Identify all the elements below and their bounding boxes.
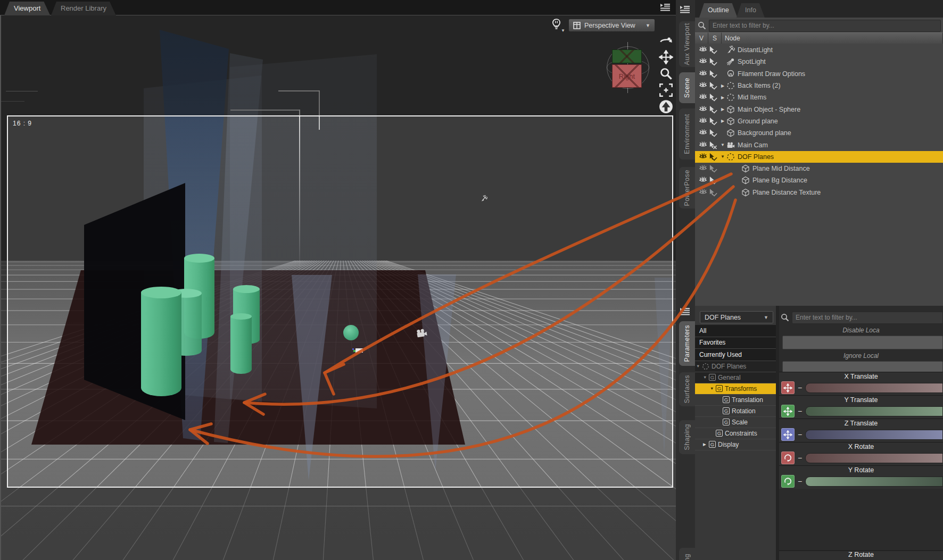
tab-info[interactable]: Info (737, 3, 765, 18)
plane-mid-distance-3d[interactable] (1, 15, 676, 560)
side-tab-powerpose[interactable]: PowerPose (679, 167, 695, 208)
param-filter-favorites[interactable]: Favorites (695, 337, 776, 349)
distant-light-gizmo-icon[interactable] (481, 195, 487, 202)
side-tab-environment[interactable]: Environment (679, 108, 695, 160)
slider-track[interactable] (805, 406, 943, 416)
selectable-cursor-icon[interactable] (708, 176, 717, 185)
slider-decrement-button[interactable]: − (797, 454, 803, 462)
plane-distance-texture-3d[interactable] (1, 15, 676, 560)
outline-row-mid-items[interactable]: ▶Mid Items (695, 91, 943, 103)
expander-right-icon[interactable]: ▶ (703, 442, 709, 447)
outline-filter-input[interactable]: Enter text to filter by... (709, 20, 941, 32)
param-group-rotation[interactable]: GRotation (695, 406, 776, 417)
aux-pane-menu-icon[interactable] (680, 5, 690, 14)
side-tab-aux-viewport[interactable]: Aux Viewport (679, 21, 695, 67)
outline-row-distantlight[interactable]: DistantLight (695, 44, 943, 56)
param-group-translation[interactable]: GTranslation (695, 395, 776, 406)
selectable-cursor-icon[interactable] (708, 153, 717, 161)
view-selector-dropdown[interactable]: Perspective View ▼ (568, 19, 655, 32)
param-group-constraints[interactable]: GConstraints (695, 428, 776, 439)
selectable-cursor-icon[interactable] (708, 141, 717, 149)
main-object-sphere-3d[interactable] (343, 325, 359, 340)
outline-row-background-plane[interactable]: Background plane (695, 127, 943, 139)
slider-track[interactable] (805, 453, 943, 463)
outline-row-plane-distance-texture[interactable]: Plane Distance Texture (695, 187, 943, 198)
reset-view-icon[interactable] (659, 99, 673, 114)
visibility-eye-icon[interactable] (698, 105, 708, 114)
cylinder-mid-front[interactable] (230, 313, 252, 374)
side-tab-surfaces[interactable]: Surfaces (679, 372, 695, 406)
param-filter-all[interactable]: All (695, 325, 776, 337)
slider-track[interactable] (805, 430, 943, 440)
visibility-eye-icon[interactable] (698, 188, 708, 197)
cylinder-front-left[interactable] (141, 287, 181, 396)
side-tab-shaping[interactable]: Shaping (679, 420, 695, 454)
expander-right-icon[interactable]: ▶ (719, 83, 726, 88)
pan-tool-icon[interactable] (659, 50, 673, 64)
rotate-axis-icon[interactable] (781, 452, 795, 464)
visibility-eye-icon[interactable] (698, 141, 708, 149)
selectable-cursor-icon[interactable] (708, 164, 717, 173)
expander-down-icon[interactable]: ▼ (703, 375, 709, 380)
side-tab-scene[interactable]: Scene (679, 72, 695, 103)
outline-row-main-object-sphere[interactable]: ▶Main Object - Sphere (695, 103, 943, 115)
slider-track[interactable] (805, 477, 943, 487)
zoom-tool-icon[interactable] (659, 66, 673, 81)
outline-row-plane-mid-distance[interactable]: Plane Mid Distance (695, 163, 943, 174)
column-visibility[interactable]: V (695, 32, 708, 44)
param-group-dof-planes[interactable]: ▼DOF Planes (695, 361, 776, 372)
lighting-mode-dropdown-arrow[interactable]: ▼ (561, 28, 565, 33)
outline-row-plane-bg-distance[interactable]: Plane Bg Distance (695, 174, 943, 186)
plane-bg-distance-3d[interactable] (1, 15, 676, 560)
side-tab-parameters[interactable]: Parameters (679, 321, 695, 366)
slider-track[interactable] (805, 383, 943, 393)
column-node[interactable]: Node (722, 32, 943, 44)
params-pane-menu-icon[interactable] (680, 307, 690, 316)
expander-right-icon[interactable]: ▶ (719, 95, 726, 100)
expander-down-icon[interactable]: ▼ (719, 154, 726, 159)
background-plane-3d[interactable] (1, 15, 676, 560)
translate-axis-icon[interactable] (781, 381, 795, 394)
translate-axis-icon[interactable] (781, 428, 795, 441)
tab-viewport[interactable]: Viewport (4, 2, 50, 15)
param-group-display[interactable]: ▶GDisplay (695, 439, 776, 450)
orbit-tool-icon[interactable] (659, 34, 673, 48)
background-gray-plane-3d[interactable] (1, 15, 676, 560)
tab-outline[interactable]: Outline (699, 3, 738, 18)
outline-row-spotlight[interactable]: SpotLight (695, 56, 943, 68)
frame-tool-icon[interactable] (659, 83, 673, 97)
viewport-pane-menu-icon[interactable] (660, 3, 671, 12)
visibility-eye-icon[interactable] (698, 70, 708, 78)
visibility-eye-icon[interactable] (698, 46, 708, 54)
slider-decrement-button[interactable]: − (797, 430, 803, 439)
lighting-mode-icon[interactable] (551, 18, 562, 31)
visibility-eye-icon[interactable] (698, 93, 708, 102)
param-group-scale[interactable]: GScale (695, 417, 776, 428)
side-tab-ing[interactable]: ing (679, 548, 695, 560)
gray-blade-plane-3d[interactable] (1, 15, 676, 560)
camera-gizmo-icon[interactable] (415, 328, 428, 339)
selectable-cursor-icon[interactable] (708, 105, 717, 114)
tab-render-library[interactable]: Render Library (51, 2, 116, 15)
outline-row-filament-draw-options[interactable]: Filament Draw Options (695, 68, 943, 80)
outline-row-back-items-2-[interactable]: ▶Back Items (2) (695, 80, 943, 91)
translate-axis-icon[interactable] (781, 405, 795, 417)
visibility-eye-icon[interactable] (698, 129, 708, 137)
selectable-cursor-icon[interactable] (708, 46, 717, 54)
param-group-general[interactable]: ▼GGeneral (695, 372, 776, 383)
search-icon[interactable] (697, 21, 707, 30)
rotate-axis-icon[interactable] (781, 475, 795, 488)
selectable-cursor-icon[interactable] (708, 70, 717, 78)
expander-down-icon[interactable]: ▼ (710, 386, 716, 391)
expander-down-icon[interactable]: ▼ (719, 143, 726, 147)
visibility-eye-icon[interactable] (698, 81, 708, 90)
slider-decrement-button[interactable]: − (797, 383, 803, 392)
search-icon[interactable] (780, 313, 790, 322)
visibility-eye-icon[interactable] (698, 176, 708, 185)
slider-decrement-button[interactable]: − (797, 407, 803, 415)
param-filter-currently-used[interactable]: Currently Used (695, 349, 776, 361)
outline-row-main-cam[interactable]: ▼Main Cam (695, 139, 943, 151)
outline-row-ground-plane[interactable]: ▶Ground plane (695, 115, 943, 127)
viewport-3d-canvas[interactable]: 16 : 9 ▼ Perspective View ▼ Right (0, 15, 676, 560)
expander-right-icon[interactable]: ▶ (719, 119, 726, 123)
